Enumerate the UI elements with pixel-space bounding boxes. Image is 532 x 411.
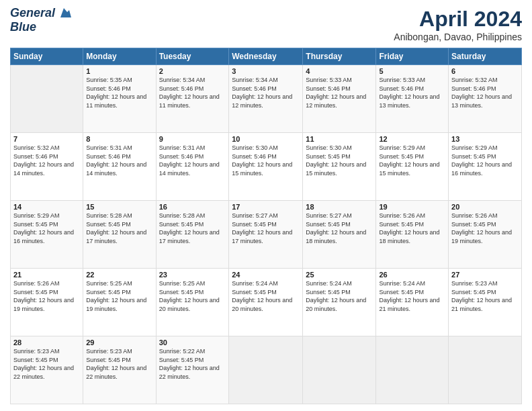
day-info: Sunrise: 5:24 AMSunset: 5:45 PMDaylight:… bbox=[232, 279, 300, 313]
col-sunday: Sunday bbox=[11, 48, 83, 65]
calendar-week-row: 21Sunrise: 5:26 AMSunset: 5:45 PMDayligh… bbox=[11, 269, 522, 336]
day-info: Sunrise: 5:30 AMSunset: 5:46 PMDaylight:… bbox=[232, 144, 300, 177]
day-info: Sunrise: 5:27 AMSunset: 5:45 PMDaylight:… bbox=[232, 212, 300, 245]
day-number: 15 bbox=[86, 203, 152, 211]
calendar-cell: 4Sunrise: 5:33 AMSunset: 5:46 PMDaylight… bbox=[303, 65, 376, 133]
day-number: 10 bbox=[232, 135, 300, 143]
day-number: 26 bbox=[379, 271, 445, 279]
day-info: Sunrise: 5:26 AMSunset: 5:45 PMDaylight:… bbox=[451, 212, 519, 245]
calendar-header: Sunday Monday Tuesday Wednesday Thursday… bbox=[11, 48, 522, 65]
calendar-table: Sunday Monday Tuesday Wednesday Thursday… bbox=[10, 48, 522, 404]
day-info: Sunrise: 5:25 AMSunset: 5:45 PMDaylight:… bbox=[86, 279, 152, 313]
day-info: Sunrise: 5:26 AMSunset: 5:45 PMDaylight:… bbox=[13, 279, 80, 313]
day-number: 29 bbox=[86, 338, 152, 347]
day-number: 17 bbox=[232, 203, 300, 211]
day-info: Sunrise: 5:26 AMSunset: 5:45 PMDaylight:… bbox=[379, 212, 445, 245]
calendar-cell: 11Sunrise: 5:30 AMSunset: 5:45 PMDayligh… bbox=[303, 133, 376, 201]
day-number: 28 bbox=[13, 338, 80, 347]
logo: General Blue bbox=[10, 7, 71, 34]
calendar-cell bbox=[303, 336, 376, 404]
calendar-cell: 20Sunrise: 5:26 AMSunset: 5:45 PMDayligh… bbox=[449, 201, 522, 269]
day-info: Sunrise: 5:33 AMSunset: 5:46 PMDaylight:… bbox=[379, 76, 445, 109]
calendar-cell: 9Sunrise: 5:31 AMSunset: 5:46 PMDaylight… bbox=[156, 133, 229, 201]
col-wednesday: Wednesday bbox=[229, 48, 303, 65]
day-info: Sunrise: 5:28 AMSunset: 5:45 PMDaylight:… bbox=[159, 212, 226, 245]
location: Anibongan, Davao, Philippines bbox=[394, 32, 522, 42]
day-info: Sunrise: 5:25 AMSunset: 5:45 PMDaylight:… bbox=[159, 279, 226, 313]
calendar-body: 1Sunrise: 5:35 AMSunset: 5:46 PMDaylight… bbox=[11, 65, 522, 404]
calendar-cell: 7Sunrise: 5:32 AMSunset: 5:46 PMDaylight… bbox=[11, 133, 83, 201]
day-info: Sunrise: 5:24 AMSunset: 5:45 PMDaylight:… bbox=[306, 279, 373, 313]
day-number: 19 bbox=[379, 203, 445, 211]
day-number: 18 bbox=[306, 203, 373, 211]
day-info: Sunrise: 5:34 AMSunset: 5:46 PMDaylight:… bbox=[159, 76, 226, 109]
day-info: Sunrise: 5:28 AMSunset: 5:45 PMDaylight:… bbox=[86, 212, 152, 245]
calendar-cell: 16Sunrise: 5:28 AMSunset: 5:45 PMDayligh… bbox=[156, 201, 229, 269]
calendar-cell: 14Sunrise: 5:29 AMSunset: 5:45 PMDayligh… bbox=[11, 201, 83, 269]
calendar-cell: 30Sunrise: 5:22 AMSunset: 5:45 PMDayligh… bbox=[156, 336, 229, 404]
day-info: Sunrise: 5:35 AMSunset: 5:46 PMDaylight:… bbox=[86, 76, 152, 109]
day-info: Sunrise: 5:23 AMSunset: 5:45 PMDaylight:… bbox=[451, 279, 519, 313]
col-tuesday: Tuesday bbox=[156, 48, 229, 65]
col-saturday: Saturday bbox=[449, 48, 522, 65]
day-number: 30 bbox=[159, 338, 226, 347]
header: General Blue April 2024 Anibongan, Davao… bbox=[10, 7, 522, 42]
day-info: Sunrise: 5:32 AMSunset: 5:46 PMDaylight:… bbox=[13, 144, 80, 177]
calendar-cell bbox=[449, 336, 522, 404]
day-info: Sunrise: 5:29 AMSunset: 5:45 PMDaylight:… bbox=[13, 212, 80, 245]
day-number: 11 bbox=[306, 135, 373, 143]
day-number: 7 bbox=[13, 135, 80, 143]
calendar-cell: 1Sunrise: 5:35 AMSunset: 5:46 PMDaylight… bbox=[83, 65, 156, 133]
calendar-cell: 27Sunrise: 5:23 AMSunset: 5:45 PMDayligh… bbox=[449, 269, 522, 336]
col-friday: Friday bbox=[376, 48, 449, 65]
calendar-cell: 17Sunrise: 5:27 AMSunset: 5:45 PMDayligh… bbox=[229, 201, 303, 269]
day-info: Sunrise: 5:24 AMSunset: 5:45 PMDaylight:… bbox=[379, 279, 445, 313]
calendar-week-row: 14Sunrise: 5:29 AMSunset: 5:45 PMDayligh… bbox=[11, 201, 522, 269]
calendar-cell bbox=[229, 336, 303, 404]
day-info: Sunrise: 5:30 AMSunset: 5:45 PMDaylight:… bbox=[306, 144, 373, 177]
calendar-cell: 28Sunrise: 5:23 AMSunset: 5:45 PMDayligh… bbox=[11, 336, 83, 404]
svg-marker-0 bbox=[60, 8, 71, 17]
calendar-cell: 25Sunrise: 5:24 AMSunset: 5:45 PMDayligh… bbox=[303, 269, 376, 336]
calendar-cell: 23Sunrise: 5:25 AMSunset: 5:45 PMDayligh… bbox=[156, 269, 229, 336]
calendar-cell: 18Sunrise: 5:27 AMSunset: 5:45 PMDayligh… bbox=[303, 201, 376, 269]
day-number: 3 bbox=[232, 67, 300, 75]
day-number: 2 bbox=[159, 67, 226, 75]
header-row: Sunday Monday Tuesday Wednesday Thursday… bbox=[11, 48, 522, 65]
col-thursday: Thursday bbox=[303, 48, 376, 65]
day-number: 20 bbox=[451, 203, 519, 211]
day-info: Sunrise: 5:31 AMSunset: 5:46 PMDaylight:… bbox=[86, 144, 152, 177]
page: General Blue April 2024 Anibongan, Davao… bbox=[0, 0, 532, 411]
day-info: Sunrise: 5:23 AMSunset: 5:45 PMDaylight:… bbox=[86, 347, 152, 381]
day-number: 13 bbox=[451, 135, 519, 143]
calendar-week-row: 1Sunrise: 5:35 AMSunset: 5:46 PMDaylight… bbox=[11, 65, 522, 133]
day-number: 9 bbox=[159, 135, 226, 143]
day-number: 21 bbox=[13, 271, 80, 279]
col-monday: Monday bbox=[83, 48, 156, 65]
title-area: April 2024 Anibongan, Davao, Philippines bbox=[394, 7, 522, 42]
day-info: Sunrise: 5:31 AMSunset: 5:46 PMDaylight:… bbox=[159, 144, 226, 177]
calendar-cell: 10Sunrise: 5:30 AMSunset: 5:46 PMDayligh… bbox=[229, 133, 303, 201]
calendar-cell: 29Sunrise: 5:23 AMSunset: 5:45 PMDayligh… bbox=[83, 336, 156, 404]
calendar-week-row: 7Sunrise: 5:32 AMSunset: 5:46 PMDaylight… bbox=[11, 133, 522, 201]
day-info: Sunrise: 5:29 AMSunset: 5:45 PMDaylight:… bbox=[379, 144, 445, 177]
logo-icon bbox=[56, 5, 71, 20]
day-number: 5 bbox=[379, 67, 445, 75]
calendar-cell: 26Sunrise: 5:24 AMSunset: 5:45 PMDayligh… bbox=[376, 269, 449, 336]
calendar-cell: 22Sunrise: 5:25 AMSunset: 5:45 PMDayligh… bbox=[83, 269, 156, 336]
calendar-cell bbox=[376, 336, 449, 404]
calendar-cell bbox=[11, 65, 83, 133]
calendar-cell: 13Sunrise: 5:29 AMSunset: 5:45 PMDayligh… bbox=[449, 133, 522, 201]
day-number: 8 bbox=[86, 135, 152, 143]
day-number: 6 bbox=[451, 67, 519, 75]
day-info: Sunrise: 5:33 AMSunset: 5:46 PMDaylight:… bbox=[306, 76, 373, 109]
logo-text: General bbox=[10, 7, 55, 20]
calendar-cell: 24Sunrise: 5:24 AMSunset: 5:45 PMDayligh… bbox=[229, 269, 303, 336]
calendar-cell: 21Sunrise: 5:26 AMSunset: 5:45 PMDayligh… bbox=[11, 269, 83, 336]
logo-blue: Blue bbox=[10, 20, 71, 34]
calendar-cell: 19Sunrise: 5:26 AMSunset: 5:45 PMDayligh… bbox=[376, 201, 449, 269]
calendar-cell: 15Sunrise: 5:28 AMSunset: 5:45 PMDayligh… bbox=[83, 201, 156, 269]
day-number: 24 bbox=[232, 271, 300, 279]
calendar-week-row: 28Sunrise: 5:23 AMSunset: 5:45 PMDayligh… bbox=[11, 336, 522, 404]
day-info: Sunrise: 5:22 AMSunset: 5:45 PMDaylight:… bbox=[159, 347, 226, 381]
